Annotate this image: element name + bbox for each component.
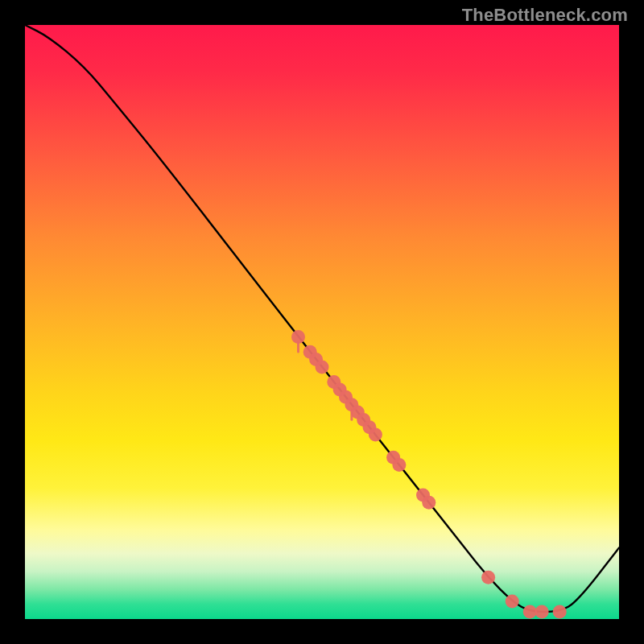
data-marker (553, 605, 567, 619)
data-marker (481, 571, 495, 584)
data-marker-drip (297, 341, 299, 353)
data-marker (369, 428, 382, 442)
data-marker (535, 605, 549, 619)
watermark-text: TheBottleneck.com (462, 5, 628, 26)
data-marker (291, 330, 305, 344)
data-marker (523, 605, 537, 619)
chart-overlay (25, 25, 619, 619)
plot-area (25, 25, 619, 619)
data-marker (392, 458, 406, 472)
data-marker (422, 496, 436, 510)
bottleneck-curve (25, 25, 619, 612)
data-marker (506, 594, 519, 608)
data-markers (291, 330, 567, 619)
chart-frame: TheBottleneck.com (0, 0, 644, 644)
data-marker (316, 360, 329, 374)
